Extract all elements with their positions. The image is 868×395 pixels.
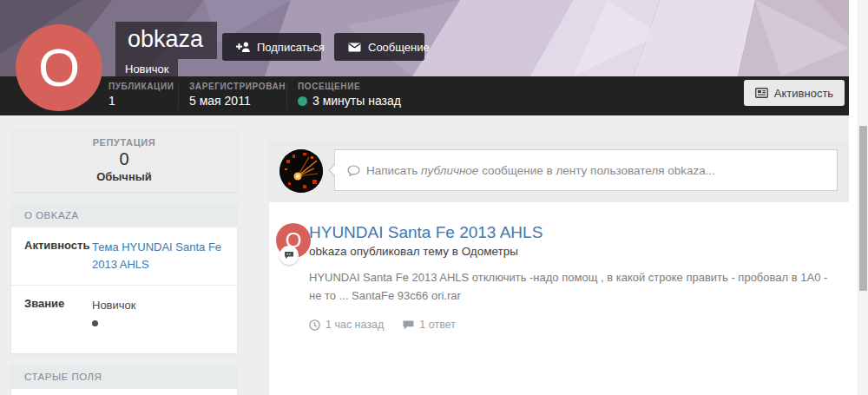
composer-pointer-fill <box>330 163 337 177</box>
status-composer: Написать публичное сообщение в ленту пол… <box>269 141 849 202</box>
sidebar: РЕПУТАЦИЯ 0 Обычный О OBKAZA Активность … <box>11 129 237 395</box>
replies-meta[interactable]: 1 ответ <box>403 319 456 331</box>
user-plus-icon <box>236 42 250 52</box>
about-activity-label: Активность <box>24 239 92 273</box>
reply-count-icon <box>403 320 414 330</box>
topic-title-link[interactable]: HYUNDAI Santa Fe 2013 AHLS <box>309 223 542 242</box>
about-rank-value: Новичок <box>92 297 135 314</box>
stat-last-visit-value: 3 минуты назад <box>312 94 401 108</box>
envelope-icon <box>348 43 361 52</box>
stat-posts: ПУБЛИКАЦИИ 1 <box>108 82 174 108</box>
activity-button[interactable]: Активность <box>744 80 845 106</box>
rank-pip-icon <box>92 320 98 326</box>
scrollbar-thumb[interactable] <box>859 126 867 291</box>
old-fields-title: СТАРЫЕ ПОЛЯ <box>11 365 237 389</box>
stat-joined: ЗАРЕГИСТРИРОВАН 5 мая 2011 <box>189 82 286 108</box>
reputation-level: Обычный <box>11 170 237 183</box>
main-column: Написать публичное сообщение в ленту пол… <box>269 141 849 395</box>
message-button-label: Сообщение <box>368 41 430 54</box>
reputation-value: 0 <box>11 149 237 169</box>
about-card-title: О OBKAZA <box>11 203 237 227</box>
old-fields-card: СТАРЫЕ ПОЛЯ Автомобиль c2 <box>11 365 237 395</box>
topic-badge <box>279 246 299 265</box>
activity-feed: O HYUNDAI Santa Fe 2013 AHLS obkaza опуб… <box>269 202 849 395</box>
stat-posts-label: ПУБЛИКАЦИИ <box>108 82 174 91</box>
stats-divider <box>178 82 179 110</box>
follow-button[interactable]: Подписаться <box>222 33 321 61</box>
topic-excerpt: HYUNDAI Santa Fe 2013 AHLS отключить -на… <box>309 268 832 305</box>
about-rank-label: Звание <box>24 297 92 326</box>
stat-joined-label: ЗАРЕГИСТРИРОВАН <box>189 82 286 91</box>
replies-label: 1 ответ <box>419 319 456 331</box>
activity-meta: 1 час назад 1 ответ <box>309 319 832 331</box>
message-button[interactable]: Сообщение <box>334 33 424 61</box>
about-card: О OBKAZA Активность Тема HYUNDAI Santa F… <box>11 203 237 353</box>
profile-avatar[interactable]: O <box>16 24 102 111</box>
username: obkaza <box>115 22 217 59</box>
stat-posts-value: 1 <box>108 94 174 108</box>
follow-button-label: Подписаться <box>257 41 325 54</box>
stats-bar: ПУБЛИКАЦИИ 1 ЗАРЕГИСТРИРОВАН 5 мая 2011 … <box>0 76 849 115</box>
speedometer-avatar-image <box>279 149 323 193</box>
reputation-card: РЕПУТАЦИЯ 0 Обычный <box>11 129 237 192</box>
activity-byline: obkaza опубликовал тему в Одометры <box>309 245 832 258</box>
stat-last-visit: ПОСЕЩЕНИЕ 3 минуты назад <box>298 82 401 108</box>
profile-avatar-letter: O <box>38 41 80 95</box>
clock-icon <box>309 319 320 331</box>
activity-button-label: Активность <box>774 87 833 100</box>
time-label: 1 час назад <box>326 319 384 331</box>
newspaper-icon <box>755 88 768 98</box>
about-activity-link[interactable]: Тема HYUNDAI Santa Fe 2013 AHLS <box>92 239 224 273</box>
activity-item: O HYUNDAI Santa Fe 2013 AHLS obkaza опуб… <box>269 202 849 331</box>
speech-bubble-icon <box>347 165 360 176</box>
online-status-dot <box>298 96 307 106</box>
user-rank-badge: Новичок <box>115 59 178 81</box>
username-block: obkaza Новичок <box>115 22 217 81</box>
profile-page: O obkaza Новичок Подписаться Сообщение П… <box>0 0 849 395</box>
reputation-title: РЕПУТАЦИЯ <box>11 137 237 148</box>
about-row-rank: Звание Новичок <box>11 285 237 338</box>
about-row-activity: Активность Тема HYUNDAI Santa Fe 2013 AH… <box>11 227 237 285</box>
time-meta[interactable]: 1 час назад <box>309 319 384 331</box>
viewer-avatar[interactable] <box>279 149 323 193</box>
stat-joined-value: 5 мая 2011 <box>189 94 286 108</box>
comment-badge-icon <box>284 251 294 260</box>
old-field-row-car: Автомобиль c2 <box>11 389 237 395</box>
status-input[interactable]: Написать публичное сообщение в ленту пол… <box>334 149 838 191</box>
status-placeholder: Написать публичное сообщение в ленту пол… <box>366 164 715 177</box>
stat-last-visit-label: ПОСЕЩЕНИЕ <box>298 82 401 91</box>
stats-divider <box>286 82 287 110</box>
